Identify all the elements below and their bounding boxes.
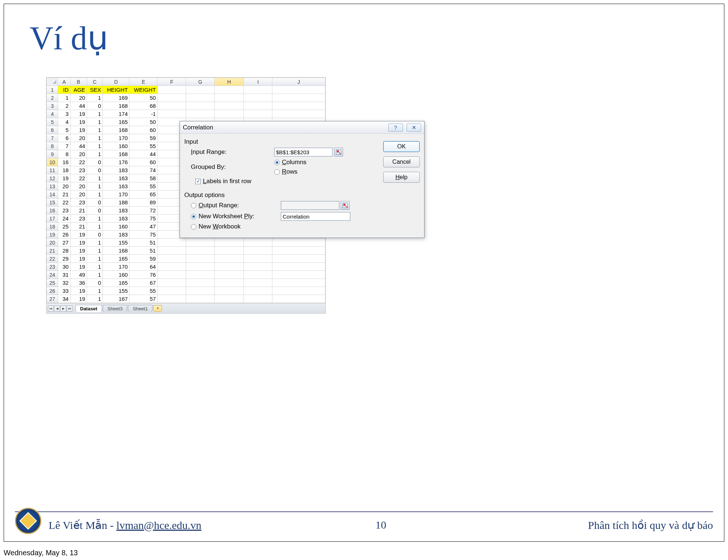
- cell[interactable]: 51: [129, 247, 158, 255]
- cell[interactable]: 165: [103, 118, 129, 126]
- sheet-tab[interactable]: Sheet3: [103, 305, 127, 312]
- author-email-link[interactable]: lvman@hce.edu.vn: [116, 519, 201, 531]
- dialog-titlebar[interactable]: Correlation ? ✕: [180, 121, 424, 134]
- row-header[interactable]: 24: [47, 271, 58, 279]
- cell[interactable]: [215, 247, 244, 255]
- cell[interactable]: 4: [58, 118, 70, 126]
- column-header[interactable]: J: [272, 78, 325, 86]
- cell[interactable]: [186, 94, 215, 102]
- cell[interactable]: 67: [129, 279, 158, 287]
- cell[interactable]: 0: [87, 102, 102, 110]
- cell[interactable]: 0: [87, 207, 102, 215]
- cell[interactable]: 20: [70, 150, 87, 158]
- close-icon[interactable]: ✕: [407, 124, 421, 132]
- row-header[interactable]: 22: [47, 255, 58, 263]
- cell[interactable]: 59: [129, 255, 158, 263]
- nav-next-icon[interactable]: ▶: [60, 306, 66, 311]
- columns-radio[interactable]: Columns: [274, 159, 306, 166]
- cell[interactable]: 1: [87, 142, 102, 150]
- cell[interactable]: 183: [103, 231, 129, 239]
- help-icon[interactable]: ?: [388, 124, 403, 132]
- help-button[interactable]: Help: [383, 172, 420, 183]
- cell[interactable]: [158, 263, 186, 271]
- cell[interactable]: [215, 263, 244, 271]
- cell[interactable]: 163: [103, 174, 129, 182]
- cell[interactable]: [215, 239, 244, 247]
- cell[interactable]: 163: [103, 215, 129, 223]
- row-header[interactable]: 23: [47, 263, 58, 271]
- cell[interactable]: 44: [70, 102, 87, 110]
- cell[interactable]: 29: [58, 255, 70, 263]
- cell[interactable]: 1: [87, 118, 102, 126]
- row-header[interactable]: 11: [47, 166, 58, 174]
- cell[interactable]: 1: [87, 134, 102, 142]
- column-header[interactable]: F: [158, 78, 186, 86]
- cell[interactable]: [215, 287, 244, 295]
- input-range-field[interactable]: $B$1:$E$203: [274, 148, 333, 156]
- row-header[interactable]: 27: [47, 295, 58, 303]
- cell[interactable]: 31: [58, 271, 70, 279]
- cell[interactable]: [186, 86, 215, 94]
- cell[interactable]: [186, 255, 215, 263]
- cell[interactable]: [244, 295, 272, 303]
- cell[interactable]: [158, 86, 186, 94]
- sheet-nav[interactable]: ⏮ ◀ ▶ ⏭: [48, 306, 72, 311]
- cancel-button[interactable]: Cancel: [383, 156, 420, 167]
- cell[interactable]: 51: [129, 239, 158, 247]
- row-header[interactable]: 1: [47, 86, 58, 94]
- cell[interactable]: 170: [103, 263, 129, 271]
- cell[interactable]: [244, 94, 272, 102]
- cell[interactable]: 168: [103, 247, 129, 255]
- cell[interactable]: 169: [103, 94, 129, 102]
- cell[interactable]: 20: [70, 94, 87, 102]
- cell[interactable]: 1: [87, 110, 102, 118]
- cell[interactable]: 33: [58, 287, 70, 295]
- cell[interactable]: 55: [129, 142, 158, 150]
- cell[interactable]: 3: [58, 110, 70, 118]
- cell[interactable]: 0: [87, 166, 102, 174]
- column-header[interactable]: C: [87, 78, 102, 86]
- cell[interactable]: 8: [58, 150, 70, 158]
- cell[interactable]: 30: [58, 263, 70, 271]
- cell[interactable]: [244, 287, 272, 295]
- cell[interactable]: [272, 295, 325, 303]
- sheet-tab[interactable]: Sheet1: [128, 305, 152, 312]
- cell[interactable]: [215, 94, 244, 102]
- cell[interactable]: 168: [103, 126, 129, 134]
- cell[interactable]: 22: [58, 198, 70, 207]
- cell[interactable]: 19: [70, 239, 87, 247]
- cell[interactable]: HEIGHT: [103, 86, 129, 94]
- cell[interactable]: 183: [103, 207, 129, 215]
- cell[interactable]: 23: [70, 198, 87, 207]
- cell[interactable]: [215, 295, 244, 303]
- cell[interactable]: [158, 247, 186, 255]
- cell[interactable]: 20: [70, 134, 87, 142]
- cell[interactable]: [215, 102, 244, 110]
- cell[interactable]: [244, 271, 272, 279]
- cell[interactable]: 19: [70, 247, 87, 255]
- cell[interactable]: [186, 247, 215, 255]
- cell[interactable]: [272, 110, 325, 118]
- cell[interactable]: 22: [70, 158, 87, 166]
- column-header[interactable]: B: [70, 78, 87, 86]
- cell[interactable]: 176: [103, 158, 129, 166]
- row-header[interactable]: 8: [47, 142, 58, 150]
- cell[interactable]: -1: [129, 110, 158, 118]
- row-header[interactable]: 5: [47, 118, 58, 126]
- cell[interactable]: 160: [103, 271, 129, 279]
- cell[interactable]: [272, 94, 325, 102]
- row-header[interactable]: 13: [47, 182, 58, 190]
- cell[interactable]: [272, 287, 325, 295]
- nav-last-icon[interactable]: ⏭: [67, 306, 72, 311]
- cell[interactable]: 32: [58, 279, 70, 287]
- cell[interactable]: 21: [70, 223, 87, 231]
- cell[interactable]: 165: [103, 255, 129, 263]
- cell[interactable]: 1: [87, 287, 102, 295]
- cell[interactable]: 19: [70, 126, 87, 134]
- cell[interactable]: [272, 86, 325, 94]
- cell[interactable]: 170: [103, 190, 129, 198]
- cell[interactable]: [158, 94, 186, 102]
- cell[interactable]: [244, 102, 272, 110]
- cell[interactable]: 1: [87, 94, 102, 102]
- cell[interactable]: [158, 279, 186, 287]
